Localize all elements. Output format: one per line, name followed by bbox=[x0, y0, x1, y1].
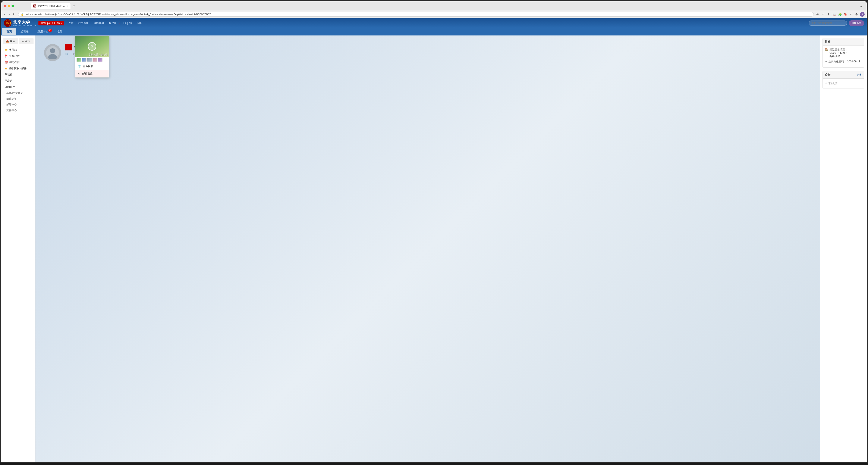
search-input[interactable] bbox=[809, 21, 847, 26]
inbox-icon: 📥 bbox=[6, 40, 9, 43]
address-bar[interactable]: 🔒 mail.stu.pku.edu.cn/js6/main.jsp?sid=G… bbox=[18, 12, 814, 17]
switch-version-button[interactable]: 切换新版 bbox=[849, 20, 864, 26]
eye-icon[interactable]: 👁 bbox=[815, 12, 820, 17]
theme-thumbnails bbox=[75, 57, 109, 63]
compose-button[interactable]: ✏ 写信 bbox=[19, 38, 34, 44]
settings-icon: ⚙ bbox=[78, 72, 81, 75]
extension-icon[interactable]: 🧩 bbox=[838, 12, 842, 17]
tab-close-button[interactable]: × bbox=[67, 5, 68, 7]
announce-header: 公告 更多 bbox=[823, 71, 864, 79]
more-themes-label: 更多换肤... bbox=[83, 64, 95, 68]
nav-tabs: 首页 通讯录 应用中心 新 收件 bbox=[1, 28, 867, 35]
pku-name-cn: 北京大学 bbox=[13, 20, 36, 25]
sidebar-item-draft[interactable]: 草稿箱 bbox=[1, 71, 35, 78]
no-announce-text: 今日无公告 bbox=[825, 81, 862, 86]
minimize-button[interactable] bbox=[8, 5, 10, 7]
red-square bbox=[65, 44, 72, 51]
maximize-button[interactable] bbox=[11, 5, 14, 7]
last-login-label: 最近登录情况： bbox=[830, 48, 847, 52]
reminder-header: 提醒 bbox=[823, 38, 864, 46]
header-nav: 设置 | 我的客服 | 自助查询 | 客户端 ● | English | 退出 bbox=[67, 21, 143, 25]
sidebar-item-todo[interactable]: ⏰ 待办邮件 bbox=[1, 59, 35, 65]
home-icon: 🏠 bbox=[825, 48, 828, 51]
theme-thumb-gray[interactable] bbox=[87, 58, 92, 62]
customer-link[interactable]: 我的客服 bbox=[77, 21, 90, 25]
announce-content: 今日无公告 bbox=[823, 79, 864, 88]
sidebar-folder-mailcenter[interactable]: › 邮箱中心 bbox=[1, 102, 35, 108]
filecenter-arrow-icon: › bbox=[5, 109, 5, 112]
separator-4: | bbox=[121, 22, 121, 25]
pku-logo: 北大 bbox=[4, 19, 11, 27]
sidebar-item-star[interactable]: ★ 星标联系人邮件 bbox=[1, 65, 35, 71]
mail-icon: ✉ bbox=[65, 52, 68, 56]
english-link[interactable]: English bbox=[122, 21, 133, 25]
edit-icon: ✏ bbox=[825, 60, 827, 63]
theme-thumb-blue[interactable] bbox=[82, 58, 87, 62]
user-email-text: @stu.pku.edu.cn bbox=[40, 22, 60, 25]
share-icon[interactable]: ⎋ bbox=[849, 12, 853, 17]
last-pwd-info: 上次修改密码： 2024-09-13 bbox=[829, 60, 860, 63]
profile-icon[interactable]: A bbox=[860, 12, 865, 17]
flag-icon: 🚩 bbox=[5, 55, 8, 58]
tab-apps[interactable]: 应用中心 新 bbox=[33, 28, 53, 35]
content-area: 午后一 ✉ 未读邮件 0 待办 0 bbox=[35, 35, 867, 462]
star-toolbar-icon[interactable]: ☆ bbox=[821, 12, 825, 17]
theme-thumb-purple[interactable] bbox=[98, 58, 102, 62]
user-email-button[interactable]: @stu.pku.edu.cn ▾ bbox=[38, 21, 64, 25]
forward-button[interactable]: › bbox=[8, 12, 11, 17]
back-button[interactable]: ‹ bbox=[3, 12, 6, 17]
address-text: mail.stu.pku.edu.cn/js6/main.jsp?sid=G0a… bbox=[25, 13, 811, 16]
welcome-panel: 午后一 ✉ 未读邮件 0 待办 0 bbox=[35, 35, 820, 462]
sidebar-folder-tags[interactable]: › 邮件标签 bbox=[1, 96, 35, 102]
tab-favicon: 北 bbox=[33, 4, 36, 7]
announce-more[interactable]: 更多 bbox=[857, 73, 862, 77]
mailbox-settings-label: 邮箱设置 bbox=[82, 72, 92, 76]
avatar-area bbox=[44, 44, 61, 61]
logout-link[interactable]: 退出 bbox=[135, 21, 143, 25]
inbox-button[interactable]: 📥 收信 bbox=[3, 38, 18, 44]
reminder-title: 提醒 bbox=[825, 40, 830, 44]
self-check-link[interactable]: 自助查询 bbox=[92, 21, 105, 25]
last-login-value: 09/25 21:53:17斯科讷省 bbox=[830, 52, 847, 58]
more-themes-item[interactable]: 👕 更多换肤... bbox=[75, 63, 109, 70]
sidebar-item-sent[interactable]: 已发送 bbox=[1, 78, 35, 84]
separator-2: | bbox=[91, 22, 91, 25]
sidebar-item-flag[interactable]: 🚩 红旗邮件 bbox=[1, 53, 35, 59]
reminder-content: 🏠 最近登录情况： 09/25 21:53:17斯科讷省 ✏ 上次修改密码： bbox=[823, 46, 864, 67]
sidebar-folder-filecenter[interactable]: › 文件中心 bbox=[1, 108, 35, 113]
close-button[interactable] bbox=[4, 5, 6, 7]
refresh-button[interactable]: ↻ bbox=[12, 12, 17, 17]
last-login-item: 🏠 最近登录情况： 09/25 21:53:17斯科讷省 bbox=[825, 48, 862, 58]
theme-thumb-green[interactable] bbox=[76, 58, 81, 62]
mailbox-settings-item[interactable]: ⚙ 邮箱设置 bbox=[75, 70, 109, 77]
sidebar-item-subscribe[interactable]: 订阅邮件 bbox=[1, 84, 35, 90]
sidebar-folder-other[interactable]: › 其他3个文件夹 bbox=[1, 90, 35, 96]
apps-badge: 新 bbox=[48, 29, 52, 32]
theme-preview-circle: ⟳ bbox=[88, 42, 96, 51]
separator-5: | bbox=[134, 22, 134, 25]
pku-name-area: 北京大学 PEKING UNIVERSITY bbox=[13, 20, 36, 27]
reader-icon[interactable]: 📖 bbox=[832, 12, 836, 17]
sidebar-item-inbox[interactable]: 📂 收件箱 bbox=[1, 47, 35, 53]
last-pwd-item: ✏ 上次修改密码： 2024-09-13 bbox=[825, 60, 862, 63]
star-contact-icon: ★ bbox=[5, 67, 7, 70]
last-login-info: 最近登录情况： 09/25 21:53:17斯科讷省 bbox=[830, 48, 847, 58]
theme-preview-text: 换肤推荐：春之绿 bbox=[89, 53, 107, 56]
dropdown-arrow-icon: ▾ bbox=[61, 22, 62, 25]
support-link[interactable]: 客户端 bbox=[107, 21, 118, 25]
bookmark-icon[interactable]: 🔖 bbox=[843, 12, 847, 17]
new-tab-button[interactable]: + bbox=[71, 3, 76, 8]
traffic-lights bbox=[4, 5, 14, 7]
folder-arrow-icon: › bbox=[5, 92, 5, 94]
avatar bbox=[44, 44, 61, 61]
tab-received[interactable]: 收件 bbox=[53, 28, 67, 35]
settings-link[interactable]: 设置 bbox=[67, 21, 75, 25]
tab-contacts[interactable]: 通讯录 bbox=[16, 28, 33, 35]
theme-thumb-pink[interactable] bbox=[92, 58, 97, 62]
active-tab[interactable]: 北 北京大学(Peking University) × bbox=[31, 3, 70, 9]
mailcenter-arrow-icon: › bbox=[5, 104, 5, 106]
download-icon[interactable]: ⬇ bbox=[827, 12, 831, 17]
tab-home[interactable]: 首页 bbox=[2, 28, 16, 35]
puzzle-icon[interactable]: ⚙ bbox=[854, 12, 859, 17]
clock-icon: ⏰ bbox=[5, 61, 8, 64]
